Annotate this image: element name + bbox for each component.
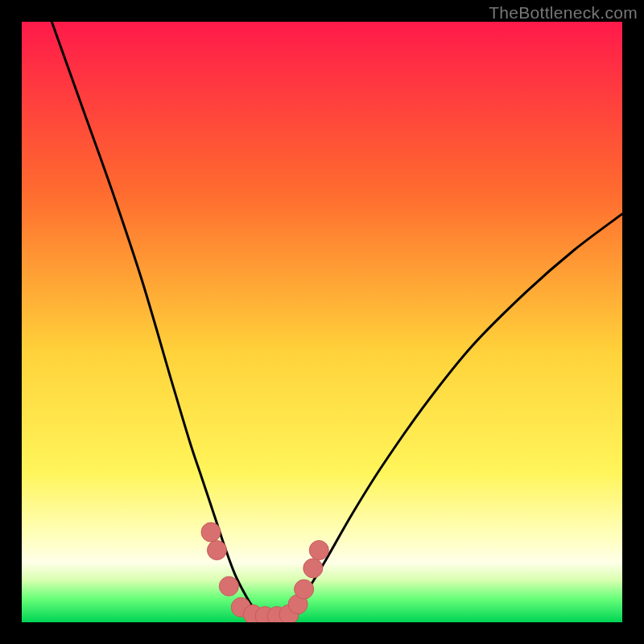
curve-left-curve: [52, 22, 262, 617]
curve-right-curve: [286, 214, 622, 617]
marker-dot: [219, 576, 238, 596]
marker-dot: [207, 540, 226, 559]
attribution-label: TheBottleneck.com: [489, 3, 638, 23]
marker-dot: [295, 580, 314, 599]
chart-frame: [22, 22, 622, 622]
chart-plot: [22, 22, 622, 622]
marker-dot: [201, 522, 221, 542]
marker-dot: [309, 540, 328, 559]
marker-dot: [303, 559, 323, 578]
